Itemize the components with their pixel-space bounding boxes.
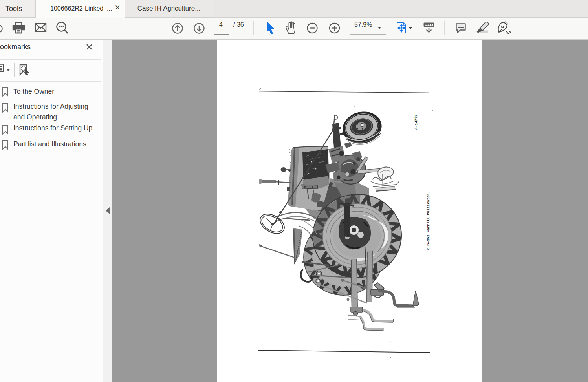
- svg-text:A-14772: A-14772: [414, 114, 418, 130]
- svg-text:Cub-252 Farmall Cultivator.: Cub-252 Farmall Cultivator.: [426, 191, 430, 250]
- svg-text:2: 2: [258, 87, 261, 91]
